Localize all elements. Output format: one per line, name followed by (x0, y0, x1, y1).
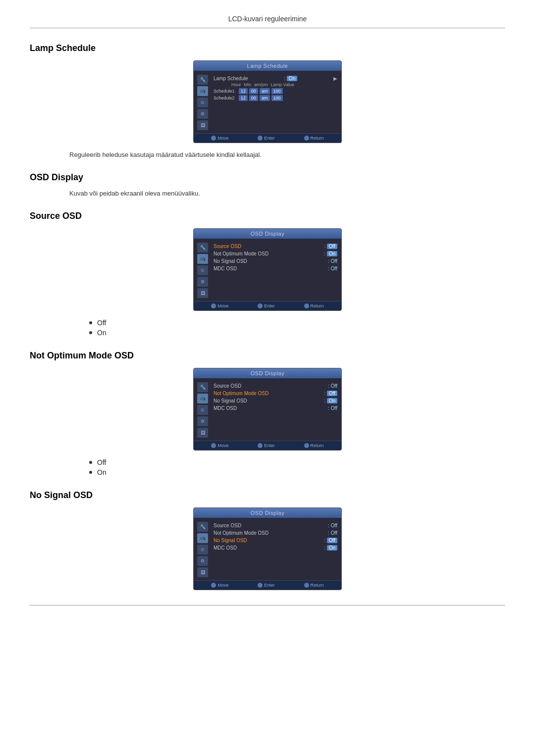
footer-return-s: Return (304, 303, 324, 308)
sidebar-icon-s2: 📺 (197, 254, 208, 264)
osd-display-desc: Kuvab või peidab ekraanil oleva menüüval… (69, 190, 505, 197)
lamp-schedule-screen-title: Lamp Schedule (194, 61, 341, 71)
lamp-schedule-content: Lamp Schedule : On ▶ Hour Min am/pm (212, 74, 339, 130)
bullet-on-2: On (89, 468, 505, 476)
move-icon-n (211, 443, 216, 448)
not-opt-value-4: : Off (328, 405, 337, 411)
ns-row-1: Source OSD : Off (214, 522, 337, 529)
source-osd-value-2: : On (324, 251, 337, 256)
bullet-dot-2 (89, 331, 92, 334)
header-ampm: am/pm (254, 82, 268, 87)
not-optimum-screen-wrap: OSD Display 🔧 📺 ⊙ ⚙ 🖼 Source OSD : Off (30, 368, 505, 451)
sidebar-icon-n4: ⚙ (197, 416, 208, 426)
osd-sidebar-source: 🔧 📺 ⊙ ⚙ 🖼 (196, 242, 210, 298)
enter-icon-n (258, 443, 263, 448)
osd-sidebar-ns: 🔧 📺 ⊙ ⚙ 🖼 (196, 521, 210, 577)
header-hour: Hour (231, 82, 241, 87)
sidebar-icon-5: 🖼 (197, 120, 208, 130)
schedule2-label: Schedule2 (214, 96, 237, 101)
header-lamp-value: Lamp Value (271, 82, 294, 87)
schedule-header: Hour Min am/pm Lamp Value (214, 82, 337, 87)
ns-row-3: No Signal OSD : Off (214, 537, 337, 544)
schedule1-hour: 12 (239, 88, 248, 94)
schedule2-hour: 12 (239, 95, 248, 101)
sidebar-icon-n2: 📺 (197, 394, 208, 403)
footer-enter-s: Enter (258, 303, 275, 308)
sidebar-icon-s4: ⚙ (197, 277, 208, 287)
source-osd-label-1: Source OSD (214, 244, 322, 249)
ns-value-3: : Off (324, 538, 337, 543)
lamp-schedule-body: 🔧 📺 ⊙ ⚙ 🖼 Lamp Schedule : On (194, 71, 341, 133)
ns-value-4: : On (324, 545, 337, 551)
footer-enter-label-s: Enter (264, 303, 275, 308)
not-opt-value-2: : Off (324, 391, 337, 396)
no-signal-screen-wrap: OSD Display 🔧 📺 ⊙ ⚙ 🖼 Source OSD : Off (30, 507, 505, 590)
footer-return-n: Return (304, 443, 324, 448)
sidebar-icon-4: ⚙ (197, 109, 208, 119)
move-icon (211, 136, 216, 141)
no-signal-footer: Move Enter Return (194, 580, 341, 590)
return-icon (304, 136, 309, 141)
not-opt-value-3: : On (324, 398, 337, 403)
not-optimum-osd-body: 🔧 📺 ⊙ ⚙ 🖼 Source OSD : Off Not Optimum M… (194, 378, 341, 441)
bullet-off-2: Off (89, 458, 505, 466)
lamp-schedule-arrow: ▶ (333, 76, 337, 81)
sidebar-icon-ns1: 🔧 (197, 522, 208, 532)
source-osd-label-4: MDC OSD (214, 266, 326, 271)
not-optimum-bullets: Off On (89, 458, 505, 476)
source-osd-value-4: : Off (328, 266, 337, 271)
not-opt-row-1: Source OSD : Off (214, 382, 337, 390)
footer-move: Move (211, 136, 228, 141)
footer-move-n: Move (211, 443, 228, 448)
footer-enter-ns: Enter (258, 583, 275, 588)
source-osd-screen-title: OSD Display (194, 229, 341, 239)
section-no-signal-osd: No Signal OSD OSD Display 🔧 📺 ⊙ ⚙ 🖼 Sour… (30, 490, 505, 590)
source-osd-title: Source OSD (30, 211, 505, 221)
source-osd-screen: OSD Display 🔧 📺 ⊙ ⚙ 🖼 Source OSD : Off (193, 228, 342, 311)
no-signal-osd-body: 🔧 📺 ⊙ ⚙ 🖼 Source OSD : Off Not Optimum M… (194, 518, 341, 580)
ns-label-3: No Signal OSD (214, 538, 322, 543)
ns-row-4: MDC OSD : On (214, 544, 337, 552)
page-header: LCD-kuvari reguleerimine (30, 15, 505, 28)
source-osd-label-2: Not Optimum Mode OSD (214, 251, 322, 256)
enter-icon-ns (258, 583, 263, 588)
not-opt-row-2: Not Optimum Mode OSD : Off (214, 390, 337, 397)
not-optimum-osd-title: Not Optimum Mode OSD (30, 351, 505, 361)
sidebar-icon-ns3: ⊙ (197, 545, 208, 554)
source-osd-value-3: : Off (328, 258, 337, 264)
lamp-schedule-row-value: : On (284, 76, 297, 81)
sidebar-icon-s1: 🔧 (197, 243, 208, 252)
footer-move-label-n: Move (217, 443, 228, 448)
move-icon-s (211, 303, 216, 308)
sidebar-icon-3: ⊙ (197, 98, 208, 107)
sidebar-icon-ns2: 📺 (197, 533, 208, 543)
sidebar-icon-2: 📺 (197, 86, 208, 96)
ns-label-4: MDC OSD (214, 545, 322, 551)
schedule1-value: 100 (271, 88, 283, 94)
section-osd-display: OSD Display Kuvab või peidab ekraanil ol… (30, 172, 505, 197)
not-opt-label-2: Not Optimum Mode OSD (214, 391, 322, 396)
bullet-dot-1 (89, 321, 92, 324)
section-lamp-schedule: Lamp Schedule Lamp Schedule 🔧 📺 ⊙ ⚙ 🖼 (30, 43, 505, 158)
footer-move-label: Move (217, 136, 228, 141)
bullet-off-label-1: Off (97, 319, 106, 327)
footer-move-label-ns: Move (217, 583, 228, 588)
footer-enter-n: Enter (258, 443, 275, 448)
source-osd-body: 🔧 📺 ⊙ ⚙ 🖼 Source OSD : Off Not Op (194, 239, 341, 301)
schedule2-value: 100 (271, 95, 283, 101)
source-osd-row-4: MDC OSD : Off (214, 265, 337, 272)
source-osd-bullets: Off On (89, 319, 505, 337)
page-container: LCD-kuvari reguleerimine Lamp Schedule L… (0, 0, 535, 620)
not-optimum-screen-title: OSD Display (194, 368, 341, 378)
sidebar-icon-s3: ⊙ (197, 265, 208, 275)
footer-return-ns: Return (304, 583, 324, 588)
not-opt-value-1: : Off (328, 383, 337, 389)
ns-label-2: Not Optimum Mode OSD (214, 530, 326, 536)
sidebar-icon-ns4: ⚙ (197, 556, 208, 566)
sidebar-icon-s5: 🖼 (197, 288, 208, 298)
schedule1-ampm: am (260, 88, 270, 94)
lamp-schedule-screen-wrap: Lamp Schedule 🔧 📺 ⊙ ⚙ 🖼 Lamp Schedule (30, 60, 505, 143)
page-title: LCD-kuvari reguleerimine (228, 15, 307, 23)
osd-sidebar-lamp: 🔧 📺 ⊙ ⚙ 🖼 (196, 74, 210, 130)
footer-return-label: Return (311, 136, 324, 141)
